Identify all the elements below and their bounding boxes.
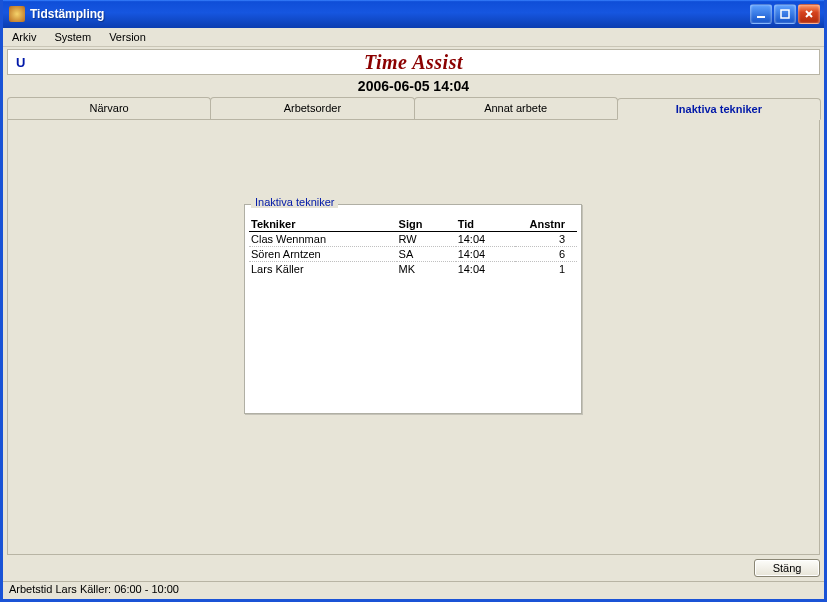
cell-anstnr: 3 <box>515 232 577 247</box>
u-label: U <box>16 55 25 70</box>
col-anstnr: Anstnr <box>515 217 577 232</box>
panel-caption: Inaktiva tekniker <box>251 196 338 208</box>
cell-sign: SA <box>397 247 456 262</box>
tab-strip: Närvaro Arbetsorder Annat arbete Inaktiv… <box>7 97 820 120</box>
svg-rect-0 <box>757 16 765 18</box>
tab-label: Närvaro <box>90 102 129 114</box>
close-icon <box>804 9 814 19</box>
tab-arbetsorder[interactable]: Arbetsorder <box>210 97 414 119</box>
tab-annat-arbete[interactable]: Annat arbete <box>414 97 618 119</box>
table-row[interactable]: Clas Wennman RW 14:04 3 <box>249 232 577 247</box>
status-bar: Arbetstid Lars Käller: 06:00 - 10:00 <box>3 581 824 599</box>
col-tekniker: Tekniker <box>249 217 397 232</box>
technicians-table: Tekniker Sign Tid Anstnr Clas Wennman RW… <box>249 217 577 276</box>
maximize-icon <box>780 9 790 19</box>
table-row[interactable]: Lars Käller MK 14:04 1 <box>249 262 577 277</box>
close-button[interactable] <box>798 4 820 24</box>
minimize-button[interactable] <box>750 4 772 24</box>
cell-tekniker: Sören Arntzen <box>249 247 397 262</box>
svg-rect-1 <box>781 10 789 18</box>
minimize-icon <box>756 9 766 19</box>
close-dialog-button[interactable]: Stäng <box>754 559 820 577</box>
cell-tid: 14:04 <box>456 247 515 262</box>
tab-label: Annat arbete <box>484 102 547 114</box>
tab-body: Inaktiva tekniker Tekniker Sign Tid Anst… <box>7 120 820 555</box>
status-text: Arbetstid Lars Käller: 06:00 - 10:00 <box>9 583 179 595</box>
menu-system[interactable]: System <box>51 30 94 44</box>
footer-bar: Stäng <box>7 559 820 577</box>
cell-anstnr: 1 <box>515 262 577 277</box>
cell-tekniker: Clas Wennman <box>249 232 397 247</box>
current-datetime: 2006-06-05 14:04 <box>3 75 824 97</box>
menu-version[interactable]: Version <box>106 30 149 44</box>
tab-label: Inaktiva tekniker <box>676 103 762 115</box>
cell-sign: RW <box>397 232 456 247</box>
header-band: U Time Assist <box>7 49 820 75</box>
title-bar: Tidstämpling <box>3 0 824 28</box>
table-row[interactable]: Sören Arntzen SA 14:04 6 <box>249 247 577 262</box>
brand-title: Time Assist <box>364 51 463 74</box>
tab-label: Arbetsorder <box>284 102 341 114</box>
maximize-button[interactable] <box>774 4 796 24</box>
cell-sign: MK <box>397 262 456 277</box>
cell-tekniker: Lars Käller <box>249 262 397 277</box>
menu-bar: Arkiv System Version <box>3 28 824 47</box>
window-buttons <box>750 4 820 24</box>
inactive-technicians-panel: Inaktiva tekniker Tekniker Sign Tid Anst… <box>244 204 582 414</box>
tab-narvaro[interactable]: Närvaro <box>7 97 211 119</box>
cell-tid: 14:04 <box>456 262 515 277</box>
app-window: Tidstämpling Arkiv System Version U Time… <box>0 0 827 602</box>
menu-arkiv[interactable]: Arkiv <box>9 30 39 44</box>
table-header-row: Tekniker Sign Tid Anstnr <box>249 217 577 232</box>
cell-anstnr: 6 <box>515 247 577 262</box>
cell-tid: 14:04 <box>456 232 515 247</box>
window-title: Tidstämpling <box>30 7 750 21</box>
app-icon <box>9 6 25 22</box>
col-tid: Tid <box>456 217 515 232</box>
close-button-label: Stäng <box>773 562 802 574</box>
tab-inaktiva-tekniker[interactable]: Inaktiva tekniker <box>617 98 821 120</box>
col-sign: Sign <box>397 217 456 232</box>
